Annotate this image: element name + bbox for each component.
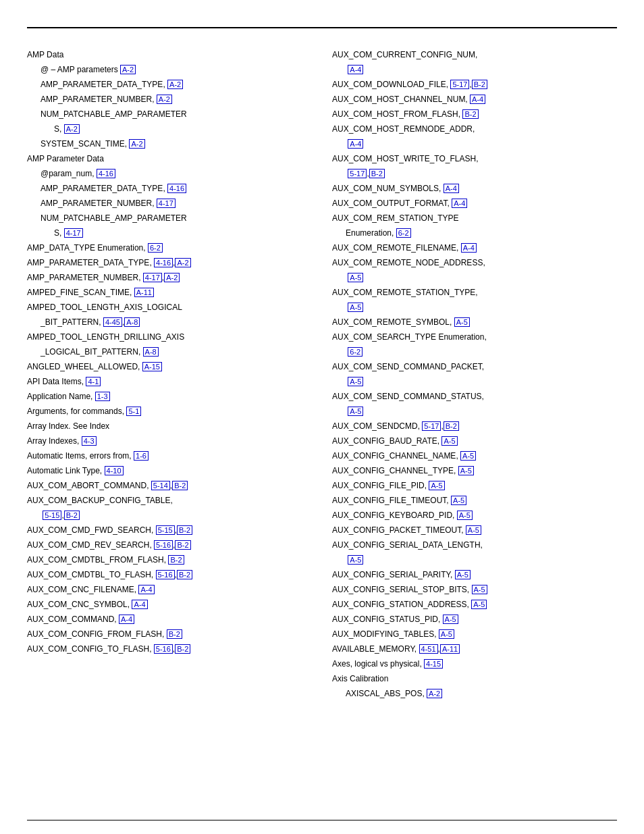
reference-link[interactable]: 4-10	[105, 466, 124, 475]
list-item: Axis Calibration	[332, 673, 617, 685]
reference-link[interactable]: A-15	[142, 362, 162, 371]
reference-link[interactable]: A-5	[348, 555, 363, 565]
reference-link[interactable]: 4-51	[419, 644, 438, 654]
reference-link[interactable]: 5-17	[348, 169, 367, 178]
reference-link[interactable]: A-4	[138, 585, 154, 594]
reference-link[interactable]: 5-16	[154, 644, 173, 654]
entry-text: AMPED_TOOL_LENGTH_AXIS_LOGICAL	[27, 303, 182, 312]
reference-link[interactable]: B-2	[177, 570, 192, 579]
reference-link[interactable]: B-2	[168, 555, 184, 565]
list-item: 5-17,B-2	[332, 167, 617, 180]
list-item: AUX_CONFIG_SERIAL_STOP_BITS, A-5	[332, 583, 617, 596]
list-item: AMPED_TOOL_LENGTH_DRILLING_AXIS	[27, 331, 312, 343]
reference-link[interactable]: A-4	[348, 139, 363, 149]
reference-link[interactable]: A-5	[348, 303, 363, 312]
reference-link[interactable]: B-2	[369, 169, 385, 178]
reference-link[interactable]: A-8	[124, 317, 140, 327]
reference-link[interactable]: B-2	[64, 511, 80, 520]
entry-text: AUX_COM_SEARCH_TYPE Enumeration,	[332, 332, 487, 342]
reference-link[interactable]: 6-2	[148, 243, 163, 253]
list-item: S, A-2	[27, 123, 312, 135]
reference-link[interactable]: B-2	[175, 644, 190, 654]
entry-text: Automatic Items, errors from,	[27, 451, 134, 461]
list-item: AUX_COM_REMOTE_STATION_TYPE,	[332, 286, 617, 298]
reference-link[interactable]: 4-45	[103, 317, 122, 327]
reference-link[interactable]: B-2	[177, 525, 192, 535]
reference-link[interactable]: A-2	[167, 80, 183, 89]
reference-link[interactable]: A-5	[443, 615, 458, 624]
reference-link[interactable]: A-8	[143, 347, 159, 357]
reference-link[interactable]: A-4	[470, 95, 485, 104]
list-item: AUX_COM_SEND_COMMAND_STATUS,	[332, 390, 617, 402]
reference-link[interactable]: A-5	[466, 525, 481, 535]
reference-link[interactable]: 5-1	[126, 407, 141, 416]
reference-link[interactable]: A-5	[457, 511, 473, 520]
reference-link[interactable]: A-5	[455, 570, 471, 579]
reference-link[interactable]: 6-2	[348, 347, 363, 357]
reference-link[interactable]: A-5	[454, 317, 470, 327]
reference-link[interactable]: A-11	[440, 644, 460, 654]
list-item: AUX_CONFIG_SERIAL_DATA_LENGTH,	[332, 539, 617, 551]
reference-link[interactable]: 5-15	[156, 525, 175, 535]
reference-link[interactable]: A-5	[451, 496, 466, 505]
reference-link[interactable]: 4-17	[143, 273, 162, 282]
reference-link[interactable]: 5-14	[151, 481, 170, 490]
reference-link[interactable]: B-2	[444, 421, 459, 431]
list-item: AMP_DATA_TYPE Enumeration, 6-2	[27, 242, 312, 254]
reference-link[interactable]: B-2	[462, 109, 478, 119]
reference-link[interactable]: A-2	[129, 139, 144, 149]
reference-link[interactable]: A-11	[134, 288, 154, 297]
reference-link[interactable]: A-5	[429, 481, 444, 490]
reference-link[interactable]: B-2	[172, 481, 188, 490]
reference-link[interactable]: 1-6	[134, 451, 149, 461]
reference-link[interactable]: A-5	[439, 629, 454, 639]
entry-text: AVAILABLE_MEMORY,	[332, 644, 419, 654]
reference-link[interactable]: A-2	[175, 258, 190, 267]
reference-link[interactable]: 5-15	[43, 511, 61, 520]
reference-link[interactable]: 4-16	[167, 184, 186, 193]
reference-link[interactable]: 4-3	[82, 436, 97, 446]
reference-link[interactable]: A-5	[348, 407, 363, 416]
reference-link[interactable]: A-5	[472, 585, 487, 594]
reference-link[interactable]: A-5	[348, 377, 363, 386]
list-item: 6-2	[332, 346, 617, 358]
reference-link[interactable]: 4-15	[424, 659, 443, 669]
reference-link[interactable]: 5-17	[450, 80, 469, 89]
reference-link[interactable]: A-4	[444, 184, 459, 193]
reference-link[interactable]: A-4	[461, 243, 477, 253]
entry-text: S,	[54, 228, 64, 238]
entry-text: Application Name,	[27, 392, 95, 401]
list-item: AUX_COM_CONFIG_TO_FLASH, 5-16,B-2	[27, 643, 312, 655]
reference-link[interactable]: B-2	[167, 629, 182, 639]
reference-link[interactable]: A-5	[348, 273, 363, 282]
reference-link[interactable]: A-5	[471, 600, 487, 609]
reference-link[interactable]: 1-3	[95, 392, 110, 401]
reference-link[interactable]: A-5	[458, 466, 474, 475]
list-item: S, 4-17	[27, 227, 312, 239]
entry-text: AUX_COM_COMMAND,	[27, 615, 119, 624]
bottom-rule	[27, 820, 617, 820]
reference-link[interactable]: A-5	[441, 436, 457, 446]
reference-link[interactable]: A-5	[460, 451, 476, 461]
reference-link[interactable]: B-2	[175, 540, 190, 550]
list-item: AUX_COM_NUM_SYMBOLS, A-4	[332, 182, 617, 194]
reference-link[interactable]: 6-2	[396, 228, 411, 238]
reference-link[interactable]: A-2	[164, 273, 180, 282]
reference-link[interactable]: B-2	[472, 80, 487, 89]
reference-link[interactable]: A-2	[120, 65, 136, 74]
reference-link[interactable]: A-4	[348, 65, 363, 74]
reference-link[interactable]: 5-16	[156, 570, 175, 579]
reference-link[interactable]: A-4	[132, 600, 147, 609]
reference-link[interactable]: 4-17	[157, 199, 176, 208]
reference-link[interactable]: A-4	[119, 615, 134, 624]
reference-link[interactable]: 5-17	[422, 421, 441, 431]
reference-link[interactable]: A-2	[157, 95, 172, 104]
reference-link[interactable]: 5-16	[154, 540, 173, 550]
reference-link[interactable]: A-2	[64, 124, 80, 134]
reference-link[interactable]: A-4	[452, 199, 467, 208]
reference-link[interactable]: 4-17	[64, 228, 83, 238]
reference-link[interactable]: 4-16	[97, 169, 115, 178]
reference-link[interactable]: 4-16	[154, 258, 173, 267]
reference-link[interactable]: 4-1	[86, 377, 101, 386]
reference-link[interactable]: A-2	[427, 689, 442, 698]
